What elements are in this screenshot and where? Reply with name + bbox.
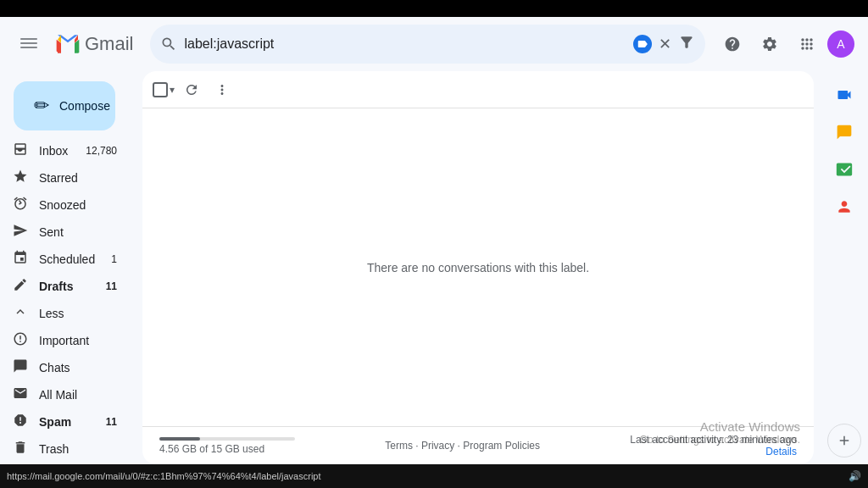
status-bar-url: https://mail.google.com/mail/u/0/#z:c:1B…: [7, 471, 321, 481]
scheduled-icon: [12, 250, 29, 269]
sidebar-item-inbox[interactable]: Inbox 12,780: [0, 137, 131, 164]
details-link[interactable]: Details: [630, 446, 797, 458]
empty-state: There are no conversations with this lab…: [142, 108, 814, 426]
sidebar-item-spam[interactable]: Spam 11: [0, 408, 131, 435]
storage-bar-fill: [159, 437, 200, 441]
less-icon: [12, 304, 29, 324]
sidebar-item-spam-label: Spam: [39, 415, 96, 429]
last-activity-text: Last account activity: 23 minutes ago: [630, 434, 797, 446]
svg-rect-0: [20, 38, 37, 40]
select-dropdown-arrow[interactable]: ▾: [170, 84, 175, 96]
right-rail: [821, 71, 868, 464]
sidebar-item-chats-label: Chats: [39, 361, 117, 374]
sidebar-item-sent-label: Sent: [39, 225, 117, 239]
apps-button[interactable]: [790, 27, 824, 61]
sidebar-item-trash-label: Trash: [39, 442, 117, 456]
email-content-area: ▾ There are no conversations with this l…: [142, 71, 814, 464]
privacy-link[interactable]: Privacy: [421, 440, 454, 452]
compose-label: Compose: [59, 99, 110, 113]
important-icon: [12, 331, 29, 351]
search-clear-button[interactable]: ✕: [659, 35, 671, 53]
search-filter-button[interactable]: [678, 34, 695, 55]
footer: 4.56 GB of 15 GB used Terms · Privacy · …: [142, 426, 814, 464]
sidebar-item-starred[interactable]: Starred: [0, 164, 131, 191]
footer-activity: Last account activity: 23 minutes ago De…: [630, 434, 797, 458]
email-toolbar: ▾: [142, 71, 814, 108]
footer-links: Terms · Privacy · Program Policies: [302, 440, 623, 452]
sidebar-item-trash[interactable]: Trash: [0, 435, 131, 463]
svg-rect-1: [20, 42, 37, 44]
empty-state-message: There are no conversations with this lab…: [367, 261, 589, 274]
sidebar-item-scheduled-label: Scheduled: [39, 252, 101, 266]
sidebar-item-chats[interactable]: Chats: [0, 354, 131, 381]
sidebar-item-scheduled[interactable]: Scheduled 1: [0, 246, 131, 273]
all-mail-icon: [12, 385, 29, 405]
starred-icon: [12, 169, 29, 188]
sidebar-item-drafts-label: Drafts: [39, 280, 96, 293]
sidebar-item-less[interactable]: Less: [0, 300, 131, 327]
terms-link[interactable]: Terms: [385, 440, 413, 452]
add-app-button[interactable]: [827, 424, 861, 458]
sidebar-item-drafts[interactable]: Drafts 11: [0, 273, 131, 300]
storage-bar: [159, 437, 295, 441]
program-policies-link[interactable]: Program Policies: [463, 440, 540, 452]
gmail-logo: Gmail: [54, 30, 133, 58]
sidebar-item-all-mail[interactable]: All Mail: [0, 381, 131, 408]
sidebar-item-drafts-count: 11: [106, 280, 117, 292]
search-icon: [160, 36, 177, 53]
volume-icon: 🔊: [849, 470, 861, 482]
sidebar-item-less-label: Less: [39, 307, 117, 320]
sidebar-item-inbox-count: 12,780: [86, 145, 117, 157]
chat-button[interactable]: [827, 115, 861, 149]
sidebar-item-important-label: Important: [39, 334, 117, 347]
drafts-icon: [12, 277, 29, 297]
more-options-button[interactable]: [209, 76, 236, 103]
search-input[interactable]: [184, 36, 626, 52]
select-all-wrapper[interactable]: ▾: [153, 82, 175, 97]
sidebar-item-categories[interactable]: Categories: [0, 463, 131, 464]
storage-text: 4.56 GB of 15 GB used: [159, 443, 295, 455]
sidebar-item-inbox-label: Inbox: [39, 144, 75, 158]
sidebar-item-spam-count: 11: [106, 416, 117, 428]
chats-icon: [12, 358, 29, 378]
spam-icon: [12, 413, 29, 432]
compose-plus-icon: ✏: [34, 95, 49, 117]
search-bar: ✕: [150, 25, 705, 64]
select-all-checkbox[interactable]: [153, 82, 168, 97]
sidebar-item-important[interactable]: Important: [0, 327, 131, 354]
sidebar-item-sent[interactable]: Sent: [0, 219, 131, 246]
search-label-tag: [633, 35, 652, 53]
help-button[interactable]: [715, 27, 749, 61]
contacts-button[interactable]: [827, 190, 861, 224]
sidebar: ✏ Compose Inbox 12,780 Starred Snoozed: [0, 71, 142, 464]
gmail-text: Gmail: [85, 33, 133, 55]
sent-icon: [12, 223, 29, 242]
inbox-icon: [12, 141, 29, 161]
sidebar-item-snoozed-label: Snoozed: [39, 198, 117, 212]
sidebar-item-snoozed[interactable]: Snoozed: [0, 191, 131, 219]
settings-button[interactable]: [753, 27, 787, 61]
menu-button[interactable]: [14, 28, 44, 61]
meet-button[interactable]: [827, 78, 861, 112]
sidebar-item-starred-label: Starred: [39, 171, 117, 185]
refresh-button[interactable]: [178, 76, 205, 103]
svg-rect-2: [20, 47, 37, 48]
tasks-button[interactable]: [827, 152, 861, 186]
sidebar-item-scheduled-count: 1: [111, 253, 117, 265]
snoozed-icon: [12, 196, 29, 215]
compose-button[interactable]: ✏ Compose: [14, 81, 115, 130]
sidebar-item-all-mail-label: All Mail: [39, 388, 117, 402]
trash-icon: [12, 440, 29, 459]
avatar[interactable]: A: [827, 30, 854, 58]
